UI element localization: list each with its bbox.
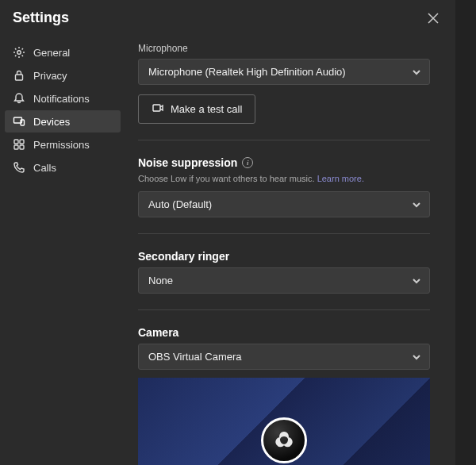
svg-rect-1 [16,75,23,80]
secondary-ringer-select[interactable]: None [138,267,430,294]
sidebar-item-label: Permissions [33,139,90,151]
lock-icon [13,69,25,82]
chevron-down-icon [412,67,421,77]
camera-section: Camera OBS Virtual Camera [138,309,430,465]
svg-rect-6 [14,145,18,149]
sidebar-item-label: Calls [33,162,56,174]
test-call-icon [152,102,164,117]
chevron-down-icon [412,276,421,286]
settings-dialog: Settings General Privacy [0,0,455,465]
learn-more-link[interactable]: Learn more. [317,174,364,183]
chevron-down-icon [412,352,421,362]
make-test-call-button[interactable]: Make a test call [138,94,255,124]
camera-preview: Preview [138,378,430,465]
camera-title: Camera [138,326,430,339]
sidebar-item-notifications[interactable]: Notifications [5,87,121,110]
apps-icon [13,138,25,151]
sidebar-item-permissions[interactable]: Permissions [5,133,121,156]
noise-suppression-title: Noise suppression i [138,156,430,169]
chevron-down-icon [412,200,421,209]
settings-content: Microphone Microphone (Realtek High Defi… [125,35,443,465]
svg-point-0 [17,51,21,54]
secondary-ringer-title: Secondary ringer [138,250,430,263]
test-call-label: Make a test call [171,103,242,115]
sidebar-item-privacy[interactable]: Privacy [5,64,121,86]
microphone-selected-value: Microphone (Realtek High Definition Audi… [148,66,346,78]
sidebar-item-calls[interactable]: Calls [5,156,121,179]
obs-logo-icon [261,417,307,463]
svg-rect-8 [153,105,160,111]
microphone-select[interactable]: Microphone (Realtek High Definition Audi… [138,59,430,85]
camera-selected-value: OBS Virtual Camera [148,351,242,363]
sidebar-item-label: Notifications [33,93,90,105]
microphone-label: Microphone [138,43,430,54]
close-button[interactable] [424,10,443,29]
secondary-ringer-selected-value: None [148,275,173,286]
svg-rect-5 [20,140,24,144]
devices-icon [13,115,25,128]
close-icon [428,13,439,26]
camera-select[interactable]: OBS Virtual Camera [138,344,430,370]
sidebar-item-general[interactable]: General [5,41,121,63]
noise-suppression-desc: Choose Low if you want others to hear mu… [138,174,430,183]
bell-icon [13,92,25,105]
gear-icon [13,46,25,59]
sidebar-item-label: Privacy [33,70,67,82]
phone-icon [13,161,25,174]
sidebar-item-devices[interactable]: Devices [5,110,121,133]
settings-sidebar: General Privacy Notifications Devices [0,35,125,465]
secondary-ringer-section: Secondary ringer None [138,233,430,294]
noise-suppression-section: Noise suppression i Choose Low if you wa… [138,140,430,217]
dialog-header: Settings [0,0,455,35]
svg-rect-7 [20,145,24,149]
svg-rect-4 [14,140,18,144]
info-icon[interactable]: i [242,157,253,168]
microphone-section: Microphone Microphone (Realtek High Defi… [138,43,430,124]
sidebar-item-label: General [33,47,70,59]
noise-suppression-select[interactable]: Auto (Default) [138,191,430,217]
noise-suppression-selected-value: Auto (Default) [148,198,212,210]
svg-rect-3 [21,120,25,125]
sidebar-item-label: Devices [33,116,70,128]
dialog-title: Settings [13,10,69,26]
